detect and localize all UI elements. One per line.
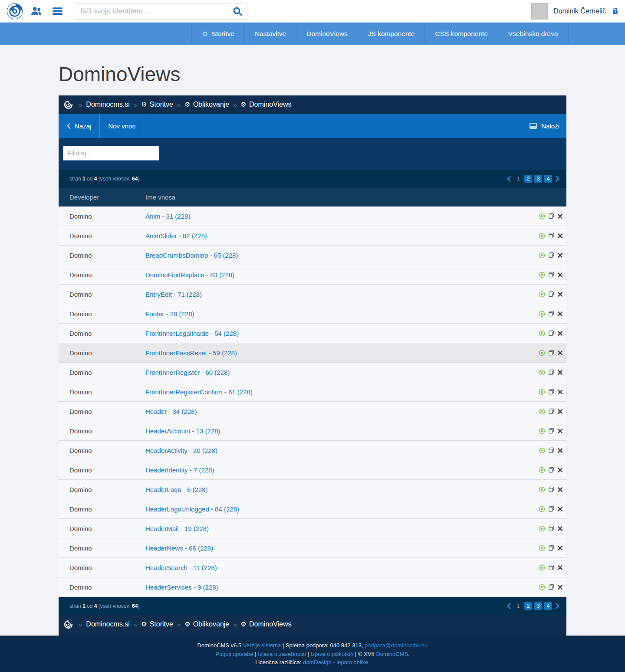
breadcrumb-link[interactable]: DominoViews (249, 101, 292, 108)
delete-icon[interactable] (557, 233, 563, 239)
select-target-icon[interactable] (539, 233, 545, 239)
prev-page-icon[interactable] (506, 603, 512, 609)
entry-link[interactable]: HeaderNews - 66 (228) (145, 544, 213, 552)
entry-link[interactable]: FrontInnerRegisterConfirm - 61 (228) (145, 388, 253, 396)
entry-link[interactable]: HeaderLogoUnlogged - 84 (228) (145, 505, 239, 513)
delete-icon[interactable] (557, 448, 563, 453)
delete-icon[interactable] (557, 428, 563, 434)
pagination-page-button[interactable]: 4 (544, 175, 552, 183)
search-icon[interactable] (228, 6, 247, 16)
copy-icon[interactable] (548, 467, 554, 473)
select-target-icon[interactable] (539, 350, 545, 356)
pagination-page-button[interactable]: 1 (514, 602, 522, 610)
users-icon[interactable] (30, 5, 42, 17)
copy-icon[interactable] (548, 233, 554, 239)
entry-link[interactable]: AnimSlider - 82 (228) (145, 232, 207, 239)
breadcrumb-link[interactable]: Storitve (150, 101, 173, 108)
select-target-icon[interactable] (539, 525, 545, 532)
filter-input[interactable] (63, 146, 159, 161)
delete-icon[interactable] (557, 311, 563, 317)
next-page-icon[interactable] (554, 603, 561, 609)
select-target-icon[interactable] (539, 369, 545, 376)
prev-page-icon[interactable] (506, 176, 512, 182)
delete-icon[interactable] (557, 584, 563, 590)
pagination-page-button[interactable]: 4 (544, 602, 552, 610)
nav-item[interactable]: DominoViews (296, 23, 357, 45)
lock-icon[interactable] (612, 7, 619, 16)
select-target-icon[interactable] (539, 252, 545, 259)
entry-link[interactable]: Anim - 31 (228) (145, 213, 190, 220)
entry-link[interactable]: HeaderActivity - 20 (228) (145, 447, 217, 454)
delete-icon[interactable] (557, 389, 563, 395)
delete-icon[interactable] (557, 272, 563, 278)
nav-item[interactable]: Nastavitve (244, 23, 296, 45)
select-target-icon[interactable] (539, 545, 545, 551)
copy-icon[interactable] (548, 311, 554, 317)
app-logo-swirl-icon[interactable] (6, 3, 23, 20)
search-input[interactable] (75, 7, 228, 16)
pagination-page-button[interactable]: 2 (524, 175, 532, 183)
breadcrumb-link[interactable]: Oblikovanje (193, 101, 230, 108)
copy-icon[interactable] (548, 272, 554, 278)
select-target-icon[interactable] (539, 408, 545, 415)
select-target-icon[interactable] (539, 564, 545, 571)
entry-link[interactable]: Header - 34 (228) (145, 408, 197, 415)
entry-link[interactable]: DominoFindReplace - 83 (228) (145, 271, 234, 279)
delete-icon[interactable] (557, 506, 563, 512)
menu-icon[interactable] (52, 5, 63, 17)
breadcrumb-link[interactable]: Oblikovanje (193, 620, 230, 628)
delete-icon[interactable] (557, 292, 563, 297)
entry-link[interactable]: BreadCrumbsDomino - 65 (228) (145, 252, 238, 259)
breadcrumb-link[interactable]: DominoViews (249, 620, 292, 628)
select-target-icon[interactable] (539, 213, 545, 220)
entry-link[interactable]: HeaderServices - 9 (228) (145, 583, 218, 591)
select-target-icon[interactable] (539, 428, 545, 434)
delete-icon[interactable] (557, 487, 563, 492)
avatar[interactable] (531, 3, 548, 20)
version-link[interactable]: Verzije sistema (243, 642, 281, 649)
user-name[interactable]: Dominik Černelič (553, 7, 606, 15)
copy-icon[interactable] (548, 350, 554, 356)
load-button[interactable]: Naloži (522, 114, 566, 138)
delete-icon[interactable] (557, 350, 563, 356)
pagination-page-button[interactable]: 2 (524, 602, 532, 610)
delete-icon[interactable] (557, 331, 563, 336)
pagination-page-button[interactable]: 3 (534, 175, 542, 183)
back-button[interactable]: Nazaj (59, 114, 100, 138)
copy-icon[interactable] (548, 408, 554, 414)
nav-item[interactable]: ⚙ Storitve (191, 23, 244, 45)
entry-link[interactable]: FrontInnerRegister - 60 (228) (145, 369, 230, 376)
copy-icon[interactable] (548, 486, 554, 492)
delete-icon[interactable] (557, 545, 563, 551)
copy-icon[interactable] (548, 252, 554, 258)
select-target-icon[interactable] (539, 486, 545, 493)
new-entry-button[interactable]: Nov vnos (100, 114, 144, 138)
cookies-link[interactable]: Izjava o piškotkih (310, 651, 353, 657)
select-target-icon[interactable] (539, 389, 545, 395)
select-target-icon[interactable] (539, 506, 545, 512)
terms-link[interactable]: Pogoji uporabe (215, 651, 253, 657)
entry-link[interactable]: HeaderMail - 19 (228) (145, 525, 209, 532)
pagination-page-button[interactable]: 3 (534, 602, 542, 610)
delete-icon[interactable] (557, 370, 563, 375)
select-target-icon[interactable] (539, 311, 545, 317)
privacy-link[interactable]: Izjava o zasebnosti (258, 651, 306, 657)
select-target-icon[interactable] (539, 447, 545, 454)
copy-icon[interactable] (548, 369, 554, 375)
delete-icon[interactable] (557, 565, 563, 570)
copy-icon[interactable] (548, 213, 554, 219)
copy-icon[interactable] (548, 525, 554, 531)
next-page-icon[interactable] (554, 176, 561, 182)
delete-icon[interactable] (557, 526, 563, 531)
copy-icon[interactable] (548, 330, 554, 336)
breadcrumb-link[interactable]: Dominocms.si (86, 101, 129, 108)
delete-icon[interactable] (557, 252, 563, 258)
brand-link[interactable]: DominoCMS (376, 651, 408, 657)
copy-icon[interactable] (548, 389, 554, 395)
copy-icon[interactable] (548, 564, 554, 570)
entry-link[interactable]: HeaderSearch - 11 (228) (145, 564, 217, 571)
select-target-icon[interactable] (539, 291, 545, 298)
select-target-icon[interactable] (539, 467, 545, 473)
entry-link[interactable]: EntryEdit - 71 (228) (145, 291, 202, 298)
copy-icon[interactable] (548, 428, 554, 434)
